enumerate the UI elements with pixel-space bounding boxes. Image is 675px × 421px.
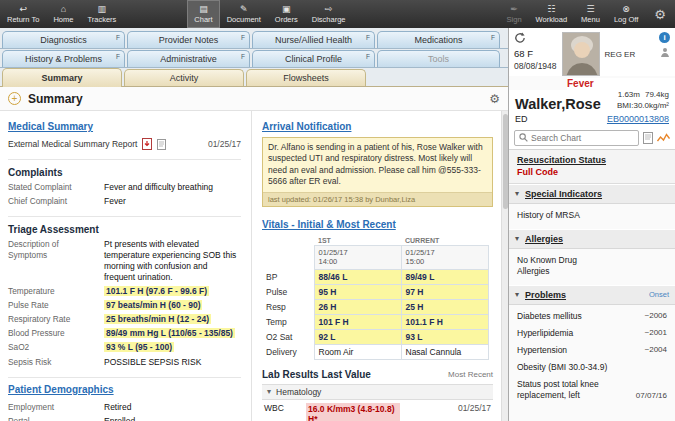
tab-activity[interactable]: Activity	[124, 69, 244, 86]
problem-item: Obesity (BMI 30.0-34.9)	[517, 362, 667, 373]
labs-header: Lab Results Last Value Most Recent	[262, 369, 493, 380]
scrollbar-thumb[interactable]	[503, 114, 508, 209]
section-title: Allergies	[525, 234, 563, 244]
tab-administrative[interactable]: AdministrativeF	[127, 50, 250, 67]
chevron-down-icon: ▾	[267, 387, 271, 396]
field-label: Blood Pressure	[8, 328, 104, 339]
tab-provider-notes[interactable]: Provider NotesF	[127, 31, 250, 48]
patient-age-sex: 68 F	[514, 48, 557, 59]
toolbar-return-to[interactable]: ↩Return To	[0, 0, 46, 28]
encounter-id-link[interactable]: EB0000013808	[607, 114, 669, 124]
expand-plus-icon[interactable]: +	[8, 92, 21, 105]
return-icon: ↩	[19, 5, 27, 14]
vitals-col-current: CURRENT	[401, 236, 488, 246]
tab-label: Flowsheets	[283, 73, 329, 83]
field-label: Employment	[8, 402, 104, 413]
info-icon[interactable]: i	[659, 32, 670, 43]
section-problems[interactable]: ▾ Problems Onset	[509, 285, 675, 305]
toolbar-label: Sign	[507, 15, 522, 24]
field-row: Sepsis RiskPOSSIBLE SEPSIS RISK	[8, 357, 241, 368]
vitals-row-o2sat: O2 Sat92 L93 L	[262, 329, 488, 344]
report-link[interactable]: External Medical Summary Report	[8, 139, 137, 149]
section-special-indicators[interactable]: ▾ Special Indicators	[509, 184, 675, 204]
complaints-heading: Complaints	[8, 167, 241, 178]
tab-flag-icon: F	[366, 53, 370, 60]
toolbar-document[interactable]: ✎Document	[220, 0, 268, 28]
tab-summary[interactable]: Summary	[2, 68, 122, 87]
search-input[interactable]	[531, 133, 634, 143]
toolbar-orders[interactable]: ▣Orders	[268, 0, 305, 28]
tab-nurse-allied-health[interactable]: Nurse/Allied HealthF	[252, 31, 375, 48]
toolbar-log-off[interactable]: ⊗Log Off	[607, 0, 645, 28]
search-box[interactable]	[514, 130, 639, 146]
tab-label: Activity	[170, 73, 199, 83]
chart-search-row	[509, 127, 675, 150]
patient-dob: 08/08/1948	[514, 61, 557, 71]
vital-value: 25 H	[401, 299, 488, 314]
arrival-notification-heading[interactable]: Arrival Notification	[262, 121, 351, 132]
tab-label: History & Problems	[25, 54, 102, 64]
tab-label: Clinical Profile	[285, 54, 342, 64]
toolbar-chart[interactable]: ▤Chart	[187, 0, 219, 28]
tab-flowsheets[interactable]: Flowsheets	[246, 69, 366, 86]
top-toolbar: ↩Return To ⌂Home ▥Trackers ▤Chart ✎Docum…	[0, 0, 675, 28]
field-value: Enrolled	[104, 416, 135, 421]
field-row: Chief ComplaintFever	[8, 196, 241, 207]
report-download-icon[interactable]	[142, 138, 152, 150]
problem-item: Status post total knee replacement, left…	[517, 379, 667, 401]
patient-height: 1.63m	[618, 90, 640, 99]
summary-gear-icon[interactable]: ⚙	[489, 92, 500, 106]
tab-tools: Tools	[377, 50, 500, 67]
resuscitation-status-link[interactable]: Resuscitation Status	[517, 155, 667, 165]
demographics-heading[interactable]: Patient Demographics	[8, 384, 114, 395]
tab-label: Summary	[41, 73, 82, 83]
toolbar-label: Home	[53, 15, 73, 24]
patient-header: 68 F 08/08/1948 REG ER i	[509, 28, 675, 76]
field-row: SaO293 % L (95 - 100)	[8, 342, 241, 353]
refresh-icon[interactable]	[514, 32, 557, 44]
chart-main-area: DiagnosticsF Provider NotesF Nurse/Allie…	[0, 28, 508, 421]
discharge-icon: ⇨	[325, 5, 333, 14]
settings-gear-icon[interactable]: ⚙	[645, 0, 675, 28]
resuscitation-status-value: Full Code	[517, 167, 667, 177]
section-allergies[interactable]: ▾ Allergies	[509, 229, 675, 249]
tab-clinical-profile[interactable]: Clinical ProfileF	[252, 50, 375, 67]
vital-value: 97 H	[401, 284, 488, 299]
chart-tabs: DiagnosticsF Provider NotesF Nurse/Allie…	[0, 28, 508, 87]
person-icon[interactable]	[660, 47, 670, 57]
trend-sparkline-icon[interactable]	[657, 133, 670, 143]
field-value: Fever	[104, 196, 126, 207]
toolbar-label: Menu	[581, 15, 600, 24]
search-icon	[519, 133, 528, 142]
field-label: Sepsis Risk	[8, 357, 104, 368]
field-row: EmploymentRetired	[8, 402, 241, 413]
vital-value: 101 F H	[314, 314, 401, 329]
vitals-first-datetime: 01/25/1714:00	[314, 245, 401, 269]
main-scrollbar[interactable]	[501, 111, 508, 421]
note-icon[interactable]	[643, 132, 653, 144]
toolbar-menu[interactable]: ☰Menu	[574, 0, 607, 28]
toolbar-home[interactable]: ⌂Home	[46, 0, 80, 28]
toolbar-discharge[interactable]: ⇨Discharge	[305, 0, 353, 28]
toolbar-label: Orders	[275, 15, 298, 24]
home-icon: ⌂	[61, 5, 66, 14]
field-row: Pulse Rate97 beats/min H (60 - 90)	[8, 300, 241, 311]
toolbar-trackers[interactable]: ▥Trackers	[80, 0, 123, 28]
patient-metrics: 1.63m79.4kg BMI:30.0kg/m²	[613, 90, 669, 112]
field-value: Fever and difficulty breathing	[104, 182, 213, 193]
patient-reg-status: REG ER	[605, 50, 636, 59]
lab-group-hematology[interactable]: ▾ Hematology	[262, 384, 493, 400]
lab-row-wbc: WBC 16.0 K/mm3 (4.8-10.8) H* 01/25/17	[262, 400, 493, 421]
tab-history-problems[interactable]: History & ProblemsF	[2, 50, 125, 67]
report-document-icon[interactable]	[157, 139, 166, 150]
tab-medications[interactable]: MedicationsF	[377, 31, 500, 48]
vital-value: 93 L	[401, 329, 488, 344]
medical-summary-heading[interactable]: Medical Summary	[8, 121, 93, 132]
tab-label: Medications	[414, 35, 462, 45]
toolbar-workload[interactable]: ☷Workload	[529, 0, 575, 28]
patient-sidebar: 68 F 08/08/1948 REG ER i Fever Walker,Ro…	[508, 28, 675, 421]
field-label: Stated Complaint	[8, 182, 104, 193]
vital-label: Pulse	[262, 284, 314, 299]
vitals-heading[interactable]: Vitals - Initial & Most Recent	[262, 219, 396, 230]
tab-diagnostics[interactable]: DiagnosticsF	[2, 31, 125, 48]
